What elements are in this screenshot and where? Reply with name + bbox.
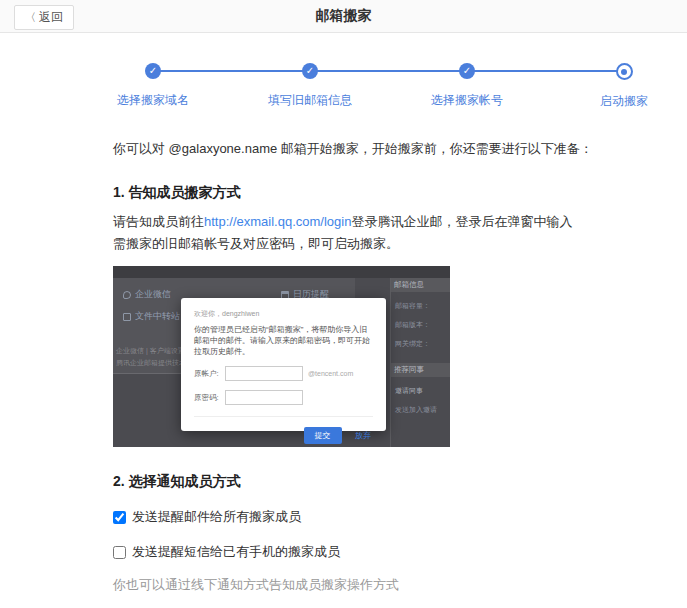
step-choose-accounts: ✓ 选择搬家帐号 [431, 63, 503, 109]
step-label: 选择搬家帐号 [431, 92, 503, 109]
header-bar: 〈返回 邮箱搬家 [0, 0, 687, 33]
screenshot-dim-item: 文件中转站 [123, 310, 180, 323]
file-icon [123, 313, 131, 321]
check-circle-icon: ✓ [145, 63, 161, 79]
screenshot-topbar [113, 266, 450, 278]
notify-email-option[interactable]: 发送提醒邮件给所有搬家成员 [113, 508, 677, 526]
dialog-body-text: 你的管理员已经启动“邮箱搬家”，将帮助你导入旧邮箱中的邮件。请输入原来的邮箱密码… [194, 324, 373, 357]
old-password-label: 原密码: [194, 393, 225, 403]
checkbox-label: 发送提醒短信给已有手机的搬家成员 [132, 543, 340, 561]
sidebar-section-title: 推荐同事 [391, 363, 450, 377]
section2-heading: 2. 选择通知成员方式 [113, 473, 677, 491]
page-title: 邮箱搬家 [316, 7, 372, 25]
offline-notify-note: 你也可以通过线下通知方式告知成员搬家操作方式 [113, 576, 677, 594]
step-label: 启动搬家 [600, 93, 648, 110]
old-account-input [225, 366, 303, 381]
check-circle-icon: ✓ [302, 63, 318, 79]
section1-heading: 1. 告知成员搬家方式 [113, 184, 677, 202]
step-start-migration: 启动搬家 [600, 63, 648, 110]
sidebar-item: 邮箱版本： [395, 320, 446, 330]
back-button[interactable]: 〈返回 [14, 5, 74, 30]
intro-text: 你可以对 @galaxyone.name 邮箱开始搬家，开始搬家前，你还需要进行… [113, 140, 677, 158]
screenshot-sidebar: 邮箱信息 邮箱容量： 邮箱版本： 网关绑定： 推荐同事 邀请同事 发送加入邀请 [390, 278, 450, 447]
sidebar-item: 发送加入邀请 [395, 405, 446, 415]
exmail-login-link[interactable]: http://exmail.qq.com/login [204, 214, 351, 229]
dialog-greeting: 欢迎你，dengzhiwen [194, 309, 373, 319]
screenshot-dim-item: 企业微信 [123, 288, 171, 301]
stepper-line [153, 70, 624, 72]
notify-email-checkbox[interactable] [113, 511, 126, 524]
back-button-label: 返回 [39, 10, 63, 24]
sidebar-item: 邀请同事 [395, 386, 446, 396]
old-password-input [225, 390, 303, 405]
step-fill-old-mailbox: ✓ 填写旧邮箱信息 [268, 63, 352, 109]
sidebar-item: 邮箱容量： [395, 301, 446, 311]
step-label: 填写旧邮箱信息 [268, 92, 352, 109]
sidebar-title: 邮箱信息 [391, 278, 450, 292]
step-choose-domain: ✓ 选择搬家域名 [117, 63, 189, 109]
dialog-submit-button: 提交 [304, 427, 342, 444]
dialog-cancel-link: 放弃 [355, 431, 371, 440]
instruction-screenshot: 企业微信 文件中转站 日历提醒 企业微信 | 客户端设置 | 腾讯企业邮箱提供技… [113, 266, 450, 447]
paragraph-text: 请告知成员前往 [113, 214, 204, 229]
chat-icon [123, 291, 131, 299]
notify-sms-checkbox[interactable] [113, 546, 126, 559]
screenshot-dialog: 欢迎你，dengzhiwen 你的管理员已经启动“邮箱搬家”，将帮助你导入旧邮箱… [181, 298, 386, 431]
check-circle-icon: ✓ [459, 63, 475, 79]
stepper: ✓ 选择搬家域名 ✓ 填写旧邮箱信息 ✓ 选择搬家帐号 启动搬家 [0, 54, 687, 118]
checkbox-label: 发送提醒邮件给所有搬家成员 [132, 508, 301, 526]
account-domain-suffix: @tencent.com [308, 370, 353, 377]
current-step-icon [616, 63, 633, 80]
sidebar-item: 网关绑定： [395, 339, 446, 349]
notify-sms-option[interactable]: 发送提醒短信给已有手机的搬家成员 [113, 543, 677, 561]
chevron-left-icon: 〈 [25, 11, 36, 23]
old-account-label: 原帐户: [194, 369, 225, 379]
section1-paragraph: 请告知成员前往http://exmail.qq.com/login登录腾讯企业邮… [113, 211, 583, 255]
screenshot-footer-links: 企业微信 | 客户端设置 | [116, 346, 188, 356]
step-label: 选择搬家域名 [117, 92, 189, 109]
